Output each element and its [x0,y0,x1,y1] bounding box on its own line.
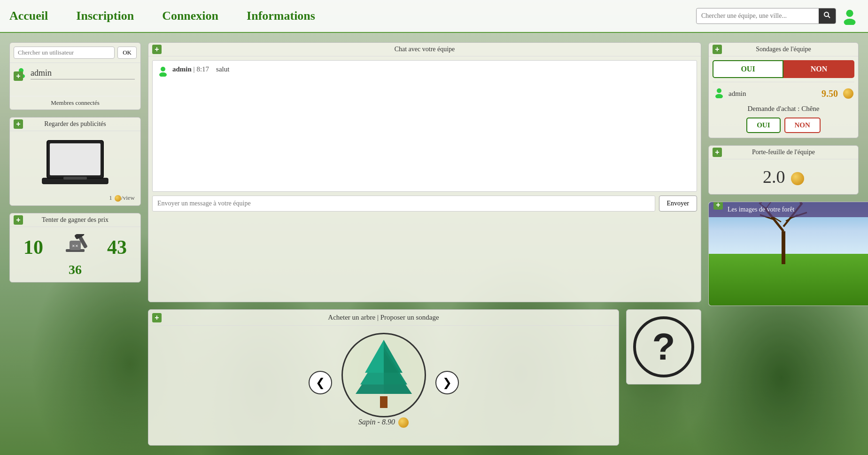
chat-msg-time: | 8:17 [194,65,209,73]
search-box [696,8,836,24]
prize-number-bottom: 36 [10,262,140,282]
poll-coins: 9.50 [822,88,838,99]
polls-global-oui-button[interactable]: OUI [713,60,783,78]
nav-informations[interactable]: Informations [247,9,315,23]
tree-image-container: Sapin - 8.90 [341,333,426,432]
poll-vote-row: OUI NON [709,115,858,138]
pine-tree-svg [351,337,417,413]
poll-divider [713,82,854,82]
nav-links: Accueil Inscription Connexion Informatio… [9,9,315,23]
members-search-input[interactable] [14,47,115,59]
search-input[interactable] [697,9,819,23]
prizes-title: Tenter de gagner des prix [42,216,108,224]
vote-non-button[interactable]: NON [784,118,821,133]
member-item: admin [10,63,140,85]
nav-accueil[interactable]: Accueil [9,9,48,23]
prize-icons: ✕✕ [61,234,89,260]
svg-point-0 [824,12,829,16]
wallet-widget: + Porte-feuille de l'équipe 2.0 [708,145,859,195]
tree-coin-icon [398,417,409,428]
user-icon[interactable] [841,7,859,25]
nav-connexion[interactable]: Connexion [162,9,218,23]
wallet-coin-icon [791,172,804,185]
svg-text:✕✕: ✕✕ [72,244,78,248]
mid-bottom-row: + Acheter un arbre | Proposer un sondage… [148,309,701,446]
chat-title-bar: + Chat avec votre équipe [148,43,701,56]
wallet-value: 2.0 [763,167,785,187]
svg-point-16 [159,72,167,77]
gavel-icon: ✕✕ [61,234,89,260]
svg-point-24 [717,88,721,93]
question-widget: ? [626,309,701,384]
members-ok-button[interactable]: OK [117,47,137,59]
ads-title-bar: + Regarder des publicités [10,118,140,131]
forest-image-title: + Les images de votre forêt [709,202,868,217]
polls-global-btn-row: OUI NON [713,60,854,78]
svg-point-3 [844,19,856,25]
prizes-plus-btn[interactable]: + [14,215,23,225]
poll-username: admin [728,90,818,98]
chat-plus-btn[interactable]: + [152,45,162,54]
chat-input[interactable] [152,196,655,212]
ads-widget: + Regarder des publicités 1 /view [9,117,141,206]
prize-number-left: 10 [23,236,43,259]
laptop-svg [38,138,113,190]
wallet-plus-btn[interactable]: + [713,148,722,157]
laptop-icon [10,131,140,192]
header: Accueil Inscription Connexion Informatio… [0,0,868,33]
tree-name: Sapin [358,418,375,426]
forest-scene [709,202,868,306]
chat-messages: admin | 8:17 salut [152,60,697,192]
nav-inscription[interactable]: Inscription [76,9,134,23]
tree-purchase-widget: + Acheter un arbre | Proposer un sondage… [148,309,619,446]
chat-msg-body: admin | 8:17 salut [172,65,229,73]
ads-rate: 1 /view [10,192,140,205]
vote-oui-button[interactable]: OUI [746,118,780,133]
chat-widget: + Chat avec votre équipe admin | 8:17 [148,42,701,302]
polls-global-non-button[interactable]: NON [783,60,854,78]
chat-send-button[interactable]: Envoyer [659,196,697,212]
coin-icon [115,195,121,202]
poll-coin-icon [843,88,853,99]
chat-msg-text: salut [216,65,229,73]
member-name: admin [31,68,135,79]
svg-rect-7 [50,143,101,175]
svg-point-15 [161,67,165,71]
svg-line-1 [828,16,830,18]
header-right [696,7,859,25]
prize-number-right: 43 [107,236,127,259]
forest-plus-btn[interactable]: + [713,202,723,210]
tree-prev-button[interactable]: ❮ [309,371,332,394]
prizes-content: 10 ✕✕ 43 [10,227,140,262]
polls-plus-btn[interactable]: + [713,45,722,54]
forest-image-body: + Les images de votre forêt [709,202,868,306]
tree-circle [341,333,426,417]
wallet-title: Porte-feuille de l'équipe [752,149,815,156]
ads-plus-btn[interactable]: + [14,119,23,129]
svg-point-2 [846,10,853,17]
members-list: admin [10,63,140,96]
members-plus-btn[interactable]: + [14,71,23,81]
poll-user-avatar [713,87,725,100]
search-button[interactable] [819,8,836,24]
tree-plus-btn[interactable]: + [152,313,162,322]
chat-message: admin | 8:17 salut [157,65,692,79]
members-footer-label: Membres connectés [10,96,140,110]
col-mid: + Chat avec votre équipe admin | 8:17 [148,42,701,446]
tree-next-button[interactable]: ❯ [435,371,459,394]
forest-image-widget: + Les images de votre forêt [708,202,868,306]
tree-price: 8.90 [382,418,395,426]
polls-title-bar: + Sondages de l'équipe [709,43,858,56]
members-widget: + OK admin Membres connectés [9,42,141,110]
tree-widget-title: Acheter un arbre | Proposer un sondage [328,314,439,322]
tree-label: Sapin - 8.90 [341,417,426,432]
svg-point-25 [715,94,723,98]
svg-rect-26 [782,231,785,264]
polls-widget: + Sondages de l'équipe OUI NON admin 9.5… [708,42,859,138]
question-mark-circle[interactable]: ? [633,316,694,377]
forest-title-text: Les images de votre forêt [728,206,794,213]
tree-content: ❮ [148,326,619,439]
prizes-title-bar: + Tenter de gagner des prix [10,213,140,227]
chat-msg-user: admin [172,65,192,73]
prizes-widget: + Tenter de gagner des prix 10 ✕✕ [9,213,141,282]
